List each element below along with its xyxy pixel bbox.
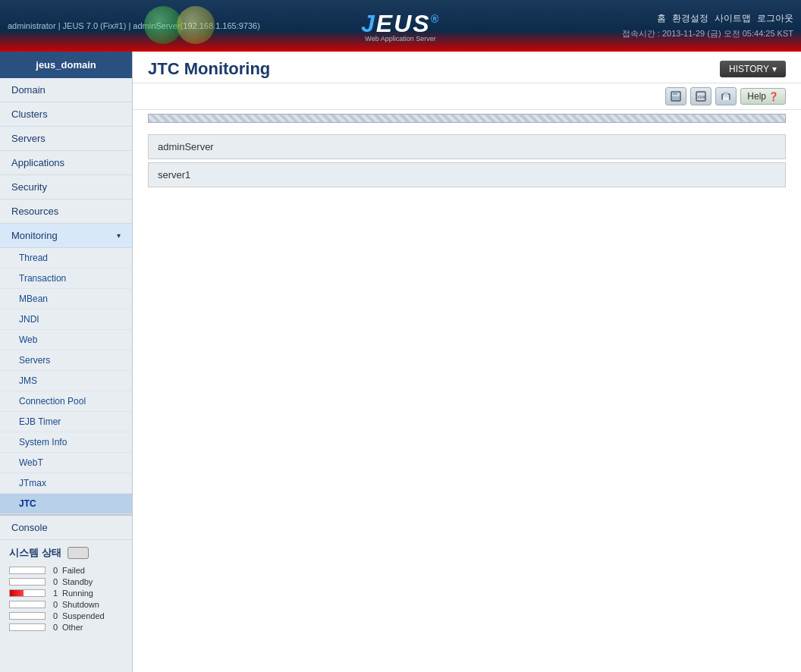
header: administrator | JEUS 7.0 (Fix#1) | admin… xyxy=(0,0,801,52)
sidebar-console[interactable]: Console xyxy=(0,514,132,540)
nav-logout[interactable]: 로그아웃 xyxy=(757,12,793,25)
print-icon xyxy=(721,91,731,102)
status-running-bar xyxy=(9,589,46,597)
sidebar-item-domain[interactable]: Domain xyxy=(0,78,132,102)
status-suspended-row: 0 Suspended xyxy=(9,611,123,620)
svg-rect-6 xyxy=(724,92,728,95)
status-shutdown-count: 0 xyxy=(50,600,58,609)
sidebar-item-thread[interactable]: Thread xyxy=(0,248,132,268)
sidebar-item-transaction[interactable]: Transaction xyxy=(0,268,132,289)
status-failed-label: Failed xyxy=(62,566,85,575)
xml-icon: XML xyxy=(696,91,706,102)
history-button[interactable]: HISTORY ▾ xyxy=(720,61,786,77)
status-other-count: 0 xyxy=(50,623,58,632)
content-header: JTC Monitoring HISTORY ▾ xyxy=(133,52,801,83)
sidebar-item-webt[interactable]: WebT xyxy=(0,453,132,473)
status-suspended-count: 0 xyxy=(50,611,58,620)
status-other-bar xyxy=(9,623,46,631)
server-row-server1[interactable]: server1 xyxy=(148,162,786,187)
svg-rect-1 xyxy=(673,92,677,95)
nav-sitemap[interactable]: 사이트맵 xyxy=(715,12,751,25)
chevron-down-icon: ▾ xyxy=(772,64,777,74)
content-body: adminServer server1 xyxy=(133,127,801,198)
status-running-count: 1 xyxy=(50,589,58,598)
status-shutdown-row: 0 Shutdown xyxy=(9,600,123,609)
status-standby-label: Standby xyxy=(62,577,93,586)
sidebar-item-servers-mon[interactable]: Servers xyxy=(0,350,132,371)
sidebar-item-applications[interactable]: Applications xyxy=(0,151,132,175)
server-row-adminserver[interactable]: adminServer xyxy=(148,134,786,159)
help-icon: ❓ xyxy=(768,92,779,102)
sidebar-item-connection-pool[interactable]: Connection Pool xyxy=(0,391,132,412)
status-failed-count: 0 xyxy=(50,566,58,575)
progress-bar xyxy=(148,114,786,123)
sidebar-domain[interactable]: jeus_domain xyxy=(0,52,132,78)
jeus-version: JEUS 7.0 (Fix#1) xyxy=(63,21,127,30)
toolbar: XML Help ❓ xyxy=(133,83,801,110)
circle-yellow xyxy=(177,6,215,44)
sidebar-item-jms[interactable]: JMS xyxy=(0,371,132,391)
sidebar-item-clusters[interactable]: Clusters xyxy=(0,102,132,127)
header-left-info: administrator | JEUS 7.0 (Fix#1) | admin… xyxy=(8,21,260,30)
chevron-down-icon: ▾ xyxy=(117,231,121,240)
header-logo: JEUS® Web Application Server xyxy=(361,10,440,42)
header-nav: 홈 환경설정 사이트맵 로그아웃 xyxy=(657,12,793,25)
status-standby-count: 0 xyxy=(50,577,58,586)
sidebar-monitoring-toggle[interactable]: Monitoring ▾ xyxy=(0,224,132,248)
status-shutdown-bar xyxy=(9,601,46,608)
status-shutdown-label: Shutdown xyxy=(62,600,99,609)
content-area: JTC Monitoring HISTORY ▾ XML xyxy=(133,52,801,672)
help-button[interactable]: Help ❓ xyxy=(740,88,786,105)
status-other-row: 0 Other xyxy=(9,623,123,632)
deco-circles xyxy=(144,6,215,46)
logo-subtitle: Web Application Server xyxy=(361,35,440,42)
sidebar-item-system-info[interactable]: System Info xyxy=(0,432,132,453)
logo-text: JEUS® xyxy=(361,10,440,38)
sidebar-item-jndi[interactable]: JNDI xyxy=(0,309,132,330)
status-failed-row: 0 Failed xyxy=(9,566,123,575)
sidebar: jeus_domain Domain Clusters Servers Appl… xyxy=(0,52,133,672)
status-other-label: Other xyxy=(62,623,83,632)
svg-text:XML: XML xyxy=(697,95,706,99)
status-running-label: Running xyxy=(62,589,93,598)
sidebar-item-ejb-timer[interactable]: EJB Timer xyxy=(0,412,132,432)
nav-home[interactable]: 홈 xyxy=(657,12,666,25)
main-layout: jeus_domain Domain Clusters Servers Appl… xyxy=(0,52,801,672)
sidebar-item-security[interactable]: Security xyxy=(0,175,132,199)
nav-env[interactable]: 환경설정 xyxy=(672,12,708,25)
sidebar-item-web[interactable]: Web xyxy=(0,330,132,350)
svg-rect-2 xyxy=(672,96,680,100)
status-suspended-label: Suspended xyxy=(62,611,105,620)
status-toggle[interactable] xyxy=(68,547,89,559)
connection-time: 접속시간 : 2013-11-29 (금) 오전 05:44:25 KST xyxy=(622,28,793,39)
current-user: administrator xyxy=(8,21,56,30)
sidebar-item-jtmax[interactable]: JTmax xyxy=(0,473,132,494)
status-running-row: 1 Running xyxy=(9,589,123,598)
header-right: 홈 환경설정 사이트맵 로그아웃 접속시간 : 2013-11-29 (금) 오… xyxy=(622,12,793,39)
system-status-panel: 시스템 상태 0 Failed 0 Standby 1 Running xyxy=(0,540,132,640)
sidebar-item-mbean[interactable]: MBean xyxy=(0,289,132,309)
save-icon xyxy=(671,91,681,102)
print-button[interactable] xyxy=(715,87,737,105)
svg-rect-7 xyxy=(723,97,729,100)
sidebar-item-servers[interactable]: Servers xyxy=(0,127,132,151)
status-standby-bar xyxy=(9,578,46,586)
save-button[interactable] xyxy=(665,87,686,105)
status-suspended-bar xyxy=(9,612,46,620)
page-title: JTC Monitoring xyxy=(148,59,270,79)
system-status-title: 시스템 상태 xyxy=(9,546,123,560)
sidebar-item-resources[interactable]: Resources xyxy=(0,199,132,224)
sidebar-item-jtc[interactable]: JTC xyxy=(0,494,132,514)
xml-button[interactable]: XML xyxy=(690,87,711,105)
status-failed-bar xyxy=(9,567,46,574)
status-standby-row: 0 Standby xyxy=(9,577,123,586)
